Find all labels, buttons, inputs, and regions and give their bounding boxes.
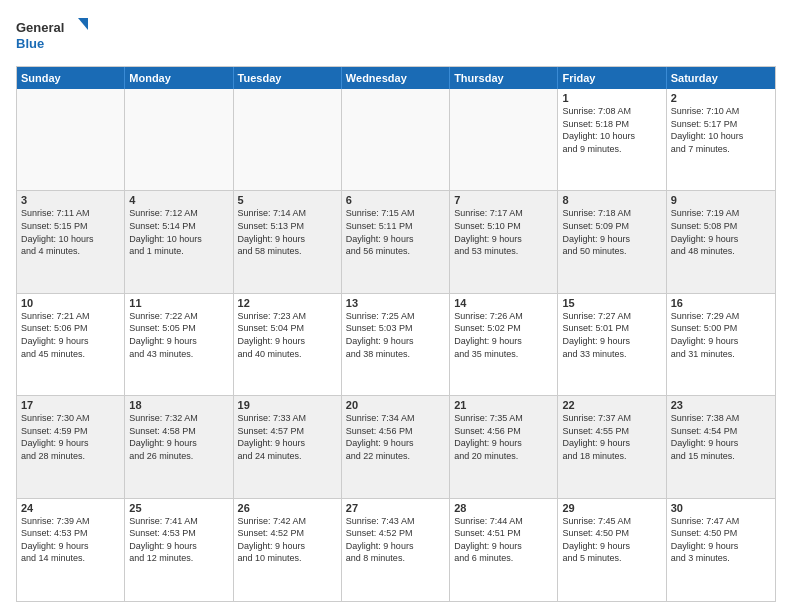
weekday-header: Monday — [125, 67, 233, 89]
calendar-day: 30Sunrise: 7:47 AMSunset: 4:50 PMDayligh… — [667, 499, 775, 601]
day-number: 29 — [562, 502, 661, 514]
svg-marker-2 — [78, 18, 88, 30]
calendar-day: 6Sunrise: 7:15 AMSunset: 5:11 PMDaylight… — [342, 191, 450, 292]
calendar-day: 1Sunrise: 7:08 AMSunset: 5:18 PMDaylight… — [558, 89, 666, 190]
weekday-header: Sunday — [17, 67, 125, 89]
day-number: 26 — [238, 502, 337, 514]
day-info: Sunrise: 7:47 AMSunset: 4:50 PMDaylight:… — [671, 515, 771, 565]
day-number: 20 — [346, 399, 445, 411]
day-number: 19 — [238, 399, 337, 411]
day-info: Sunrise: 7:37 AMSunset: 4:55 PMDaylight:… — [562, 412, 661, 462]
day-number: 14 — [454, 297, 553, 309]
day-number: 17 — [21, 399, 120, 411]
day-info: Sunrise: 7:26 AMSunset: 5:02 PMDaylight:… — [454, 310, 553, 360]
day-info: Sunrise: 7:39 AMSunset: 4:53 PMDaylight:… — [21, 515, 120, 565]
day-number: 6 — [346, 194, 445, 206]
calendar-day: 16Sunrise: 7:29 AMSunset: 5:00 PMDayligh… — [667, 294, 775, 395]
day-number: 4 — [129, 194, 228, 206]
calendar-day: 3Sunrise: 7:11 AMSunset: 5:15 PMDaylight… — [17, 191, 125, 292]
day-number: 25 — [129, 502, 228, 514]
calendar-week: 24Sunrise: 7:39 AMSunset: 4:53 PMDayligh… — [17, 499, 775, 601]
logo: General Blue — [16, 16, 96, 56]
day-number: 8 — [562, 194, 661, 206]
day-info: Sunrise: 7:22 AMSunset: 5:05 PMDaylight:… — [129, 310, 228, 360]
day-info: Sunrise: 7:15 AMSunset: 5:11 PMDaylight:… — [346, 207, 445, 257]
weekday-header: Tuesday — [234, 67, 342, 89]
day-number: 15 — [562, 297, 661, 309]
calendar-day: 8Sunrise: 7:18 AMSunset: 5:09 PMDaylight… — [558, 191, 666, 292]
calendar-day: 24Sunrise: 7:39 AMSunset: 4:53 PMDayligh… — [17, 499, 125, 601]
day-info: Sunrise: 7:45 AMSunset: 4:50 PMDaylight:… — [562, 515, 661, 565]
empty-cell — [17, 89, 125, 190]
day-info: Sunrise: 7:14 AMSunset: 5:13 PMDaylight:… — [238, 207, 337, 257]
weekday-header: Friday — [558, 67, 666, 89]
calendar-week: 3Sunrise: 7:11 AMSunset: 5:15 PMDaylight… — [17, 191, 775, 293]
day-number: 30 — [671, 502, 771, 514]
calendar-day: 13Sunrise: 7:25 AMSunset: 5:03 PMDayligh… — [342, 294, 450, 395]
calendar-day: 11Sunrise: 7:22 AMSunset: 5:05 PMDayligh… — [125, 294, 233, 395]
empty-cell — [125, 89, 233, 190]
calendar-day: 26Sunrise: 7:42 AMSunset: 4:52 PMDayligh… — [234, 499, 342, 601]
day-number: 21 — [454, 399, 553, 411]
day-number: 16 — [671, 297, 771, 309]
logo-graphic: General Blue — [16, 16, 96, 56]
day-number: 10 — [21, 297, 120, 309]
day-number: 9 — [671, 194, 771, 206]
day-info: Sunrise: 7:29 AMSunset: 5:00 PMDaylight:… — [671, 310, 771, 360]
day-info: Sunrise: 7:33 AMSunset: 4:57 PMDaylight:… — [238, 412, 337, 462]
calendar-day: 9Sunrise: 7:19 AMSunset: 5:08 PMDaylight… — [667, 191, 775, 292]
calendar-day: 17Sunrise: 7:30 AMSunset: 4:59 PMDayligh… — [17, 396, 125, 497]
calendar-week: 1Sunrise: 7:08 AMSunset: 5:18 PMDaylight… — [17, 89, 775, 191]
svg-text:General: General — [16, 20, 64, 35]
calendar-day: 12Sunrise: 7:23 AMSunset: 5:04 PMDayligh… — [234, 294, 342, 395]
calendar-day: 25Sunrise: 7:41 AMSunset: 4:53 PMDayligh… — [125, 499, 233, 601]
calendar: SundayMondayTuesdayWednesdayThursdayFrid… — [16, 66, 776, 602]
day-number: 28 — [454, 502, 553, 514]
calendar-day: 22Sunrise: 7:37 AMSunset: 4:55 PMDayligh… — [558, 396, 666, 497]
day-info: Sunrise: 7:35 AMSunset: 4:56 PMDaylight:… — [454, 412, 553, 462]
day-number: 11 — [129, 297, 228, 309]
day-info: Sunrise: 7:23 AMSunset: 5:04 PMDaylight:… — [238, 310, 337, 360]
day-info: Sunrise: 7:43 AMSunset: 4:52 PMDaylight:… — [346, 515, 445, 565]
calendar-week: 17Sunrise: 7:30 AMSunset: 4:59 PMDayligh… — [17, 396, 775, 498]
day-info: Sunrise: 7:17 AMSunset: 5:10 PMDaylight:… — [454, 207, 553, 257]
calendar-day: 27Sunrise: 7:43 AMSunset: 4:52 PMDayligh… — [342, 499, 450, 601]
day-info: Sunrise: 7:25 AMSunset: 5:03 PMDaylight:… — [346, 310, 445, 360]
day-number: 13 — [346, 297, 445, 309]
day-number: 18 — [129, 399, 228, 411]
day-info: Sunrise: 7:38 AMSunset: 4:54 PMDaylight:… — [671, 412, 771, 462]
calendar-day: 2Sunrise: 7:10 AMSunset: 5:17 PMDaylight… — [667, 89, 775, 190]
calendar-header: SundayMondayTuesdayWednesdayThursdayFrid… — [17, 67, 775, 89]
weekday-header: Saturday — [667, 67, 775, 89]
calendar-day: 10Sunrise: 7:21 AMSunset: 5:06 PMDayligh… — [17, 294, 125, 395]
calendar-day: 20Sunrise: 7:34 AMSunset: 4:56 PMDayligh… — [342, 396, 450, 497]
day-number: 3 — [21, 194, 120, 206]
day-info: Sunrise: 7:12 AMSunset: 5:14 PMDaylight:… — [129, 207, 228, 257]
empty-cell — [342, 89, 450, 190]
day-number: 24 — [21, 502, 120, 514]
day-number: 12 — [238, 297, 337, 309]
day-number: 22 — [562, 399, 661, 411]
calendar-day: 14Sunrise: 7:26 AMSunset: 5:02 PMDayligh… — [450, 294, 558, 395]
svg-text:Blue: Blue — [16, 36, 44, 51]
calendar-day: 19Sunrise: 7:33 AMSunset: 4:57 PMDayligh… — [234, 396, 342, 497]
page-header: General Blue — [16, 16, 776, 56]
calendar-day: 4Sunrise: 7:12 AMSunset: 5:14 PMDaylight… — [125, 191, 233, 292]
day-info: Sunrise: 7:08 AMSunset: 5:18 PMDaylight:… — [562, 105, 661, 155]
day-number: 7 — [454, 194, 553, 206]
empty-cell — [234, 89, 342, 190]
day-info: Sunrise: 7:41 AMSunset: 4:53 PMDaylight:… — [129, 515, 228, 565]
day-number: 27 — [346, 502, 445, 514]
day-info: Sunrise: 7:10 AMSunset: 5:17 PMDaylight:… — [671, 105, 771, 155]
calendar-day: 18Sunrise: 7:32 AMSunset: 4:58 PMDayligh… — [125, 396, 233, 497]
day-info: Sunrise: 7:34 AMSunset: 4:56 PMDaylight:… — [346, 412, 445, 462]
calendar-day: 28Sunrise: 7:44 AMSunset: 4:51 PMDayligh… — [450, 499, 558, 601]
day-info: Sunrise: 7:21 AMSunset: 5:06 PMDaylight:… — [21, 310, 120, 360]
day-info: Sunrise: 7:32 AMSunset: 4:58 PMDaylight:… — [129, 412, 228, 462]
calendar-body: 1Sunrise: 7:08 AMSunset: 5:18 PMDaylight… — [17, 89, 775, 601]
calendar-day: 5Sunrise: 7:14 AMSunset: 5:13 PMDaylight… — [234, 191, 342, 292]
calendar-week: 10Sunrise: 7:21 AMSunset: 5:06 PMDayligh… — [17, 294, 775, 396]
calendar-day: 15Sunrise: 7:27 AMSunset: 5:01 PMDayligh… — [558, 294, 666, 395]
calendar-day: 21Sunrise: 7:35 AMSunset: 4:56 PMDayligh… — [450, 396, 558, 497]
day-info: Sunrise: 7:30 AMSunset: 4:59 PMDaylight:… — [21, 412, 120, 462]
